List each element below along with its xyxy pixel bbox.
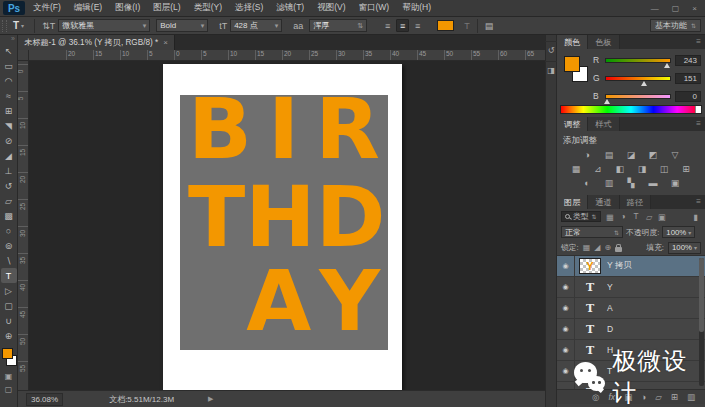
quick-mask-icon[interactable]: ▣ [5,372,13,385]
slider-thumb[interactable] [641,81,647,86]
quick-selection-tool[interactable]: ≈ [1,88,17,103]
lasso-tool[interactable]: ◠ [1,73,17,88]
menu-item-帮助(H)[interactable]: 帮助(H) [402,2,431,14]
pen-tool[interactable]: ∖ [1,253,17,268]
blur-tool[interactable]: ○ [1,223,17,238]
workspace-switcher[interactable]: 基本功能 ⇅ [650,19,701,32]
zoom-tool[interactable]: ⊕ [1,328,17,343]
channel-mixer-icon[interactable]: ◫ [657,163,671,175]
foreground-color-swatch[interactable] [2,348,13,359]
maximize-button[interactable]: ▢ [672,4,680,13]
align-right-button[interactable]: ≡ [411,19,424,32]
layer-thumbnail[interactable]: T [575,323,605,336]
menu-item-窗口(W)[interactable]: 窗口(W) [359,2,390,14]
type-tool[interactable]: T [1,268,17,283]
layer-row[interactable]: ◉YY 拷贝 [557,256,705,277]
marquee-tool[interactable]: ▭ [1,58,17,73]
shape-tool[interactable]: ▢ [1,298,17,313]
levels-icon[interactable]: ▤ [602,149,616,161]
collapse-tools-icon[interactable]: » [0,35,17,43]
tab-swatches[interactable]: 色板 [588,35,619,49]
canvas-viewport[interactable]: BIRTHDAY [29,61,545,390]
lock-transparent-pixels-icon[interactable]: ▦ [583,243,591,252]
layer-row[interactable]: ◉TY [557,277,705,298]
posterize-icon[interactable]: ▥ [602,177,616,189]
visibility-eye-icon[interactable]: ◉ [557,319,575,339]
tab-channels[interactable]: 通道 [588,195,619,209]
foreground-background-colors[interactable] [0,346,18,372]
panel-menu-icon[interactable]: ≡ [696,35,705,49]
slider-thumb[interactable] [604,99,610,104]
tab-styles[interactable]: 样式 [588,117,619,131]
brush-tool[interactable]: ◢ [1,148,17,163]
toggle-text-orientation-icon[interactable]: ⇅T [42,21,55,31]
eyedropper-tool[interactable]: ◥ [1,118,17,133]
menu-item-图层(L)[interactable]: 图层(L) [153,2,180,14]
layer-row[interactable]: ◉TA [557,298,705,319]
layer-thumbnail[interactable]: T [575,302,605,315]
font-style-select[interactable]: Bold ▾ [156,19,208,32]
vibrance-icon[interactable]: ▽ [668,149,682,161]
lock-position-icon[interactable]: ⊕ [604,243,611,252]
history-panel-icon[interactable]: ↺ [545,41,557,55]
exposure-icon[interactable]: ◩ [646,149,660,161]
zoom-level-field[interactable]: 36.08% [26,393,63,406]
slider-thumb[interactable] [664,63,670,68]
menu-item-编辑(E)[interactable]: 编辑(E) [74,2,102,14]
filter-pixel-layers-icon[interactable]: ▦ [605,212,616,222]
menu-item-文件(F)[interactable]: 文件(F) [33,2,61,14]
menu-item-类型(Y)[interactable]: 类型(Y) [194,2,222,14]
font-family-select[interactable]: 微软雅黑 ▾ [58,19,150,32]
filter-shape-layers-icon[interactable]: ▱ [644,212,655,222]
black-white-icon[interactable]: ◧ [613,163,627,175]
hue-saturation-icon[interactable]: ▦ [569,163,583,175]
tab-adjustments[interactable]: 调整 [557,117,588,131]
color-spectrum-bar[interactable] [560,105,702,114]
align-left-button[interactable]: ≡ [381,19,394,32]
photo-filter-icon[interactable]: ◨ [635,163,649,175]
tab-color[interactable]: 颜色 [557,35,588,49]
selective-color-icon[interactable]: ▣ [668,177,682,189]
options-grip[interactable] [2,20,7,32]
status-options-arrow-icon[interactable]: ▶ [208,395,213,403]
scrollbar-thumb[interactable] [699,258,704,332]
close-button[interactable]: × [692,4,697,13]
anti-alias-select[interactable]: 浑厚 ⇅ [309,19,367,32]
curves-icon[interactable]: ◪ [624,149,638,161]
tab-layers[interactable]: 图层 [557,195,588,209]
g-value-field[interactable]: 151 [675,73,701,84]
visibility-eye-icon[interactable]: ◉ [557,256,575,276]
screen-mode-icon[interactable]: ▢ [5,385,13,398]
layer-thumbnail[interactable]: T [575,281,605,294]
menu-item-滤镜(T)[interactable]: 滤镜(T) [276,2,304,14]
layer-filter-type-select[interactable]: 类型 ⇅ [561,211,601,222]
visibility-eye-icon[interactable]: ◉ [557,340,575,360]
invert-icon[interactable]: ◐ [580,177,594,189]
tool-preset-picker[interactable]: T ▾ [13,20,24,31]
menu-item-视图(V)[interactable]: 视图(V) [317,2,345,14]
path-selection-tool[interactable]: ▷ [1,283,17,298]
hand-tool[interactable]: ∪ [1,313,17,328]
color-balance-icon[interactable]: ⊿ [591,163,605,175]
canvas-page[interactable]: BIRTHDAY [163,64,402,390]
warp-text-icon[interactable]: T [464,21,470,31]
clone-stamp-tool[interactable]: ⊥ [1,163,17,178]
visibility-eye-icon[interactable]: ◉ [557,361,575,381]
filter-adjustment-layers-icon[interactable]: ◑ [618,212,629,222]
spectrum-white-end[interactable] [695,106,701,113]
gradient-tool[interactable]: ▩ [1,208,17,223]
color-lookup-icon[interactable]: ⊞ [679,163,693,175]
visibility-eye-icon[interactable]: ◉ [557,382,575,389]
align-center-button[interactable]: ≡ [396,19,409,32]
minimize-button[interactable]: — [651,4,659,13]
eraser-tool[interactable]: ▱ [1,193,17,208]
lock-image-pixels-icon[interactable]: ◢ [594,243,600,252]
threshold-icon[interactable]: ▚ [624,177,638,189]
fill-select[interactable]: 100% ▾ [668,242,701,254]
filter-type-layers-icon[interactable]: T [631,212,642,222]
panel-menu-icon[interactable]: ≡ [696,117,705,131]
crop-tool[interactable]: ⊞ [1,103,17,118]
gradient-map-icon[interactable]: ▬ [646,177,660,189]
vertical-ruler[interactable]: 0510152025303540455055 [18,61,29,390]
properties-panel-icon[interactable]: ◨ [545,61,557,75]
